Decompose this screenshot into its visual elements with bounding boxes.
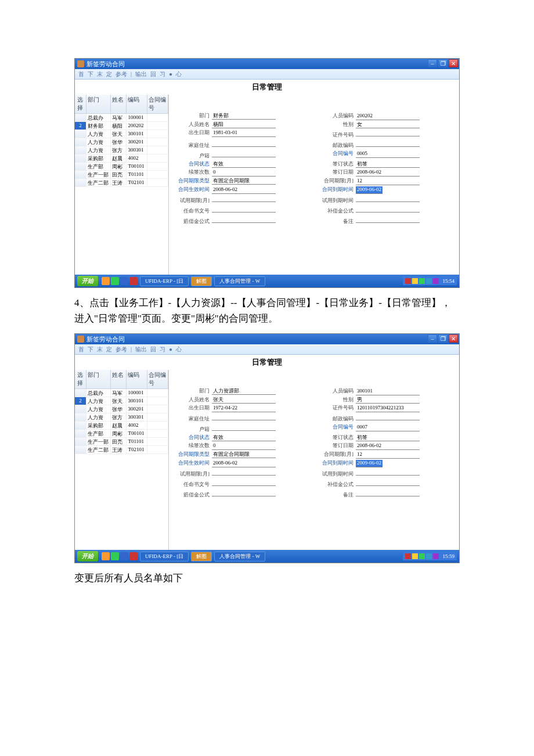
ql-icon[interactable] [111, 552, 119, 560]
toolbar-btn[interactable]: 末 [97, 70, 103, 78]
toolbar-btn[interactable]: 末 [97, 345, 103, 354]
minimize-button[interactable]: – [428, 334, 437, 343]
field-value[interactable] [212, 478, 276, 486]
grid-row[interactable]: 生产部周彬T00101 [75, 163, 168, 171]
maximize-button[interactable]: ❐ [438, 334, 448, 343]
field-value[interactable] [212, 205, 276, 213]
field-value[interactable]: 人力资源部 [212, 387, 276, 395]
field-value[interactable]: 2009-06-02 [356, 460, 383, 467]
task-1[interactable]: 解图 [191, 552, 212, 561]
close-button[interactable]: ✕ [449, 59, 458, 67]
grid-row[interactable]: 人力资张华300201 [75, 405, 168, 413]
task-1[interactable]: 解图 [191, 276, 212, 286]
tray-icon[interactable] [426, 553, 432, 559]
ql-icon[interactable] [120, 552, 128, 560]
task-erp[interactable]: UFIDA-ERP - [日 [140, 276, 189, 286]
toolbar-btn[interactable]: 心 [176, 70, 182, 78]
field-value[interactable]: 2008-06-02 [212, 186, 276, 194]
field-value[interactable] [356, 215, 420, 223]
tray-icon[interactable] [433, 553, 439, 559]
field-value[interactable]: 初签 [356, 434, 420, 441]
task-2[interactable]: 人事合同管理 - W [214, 276, 265, 286]
field-value[interactable]: 1981-03-01 [212, 129, 276, 137]
grid-row[interactable]: 采购部赵晨4002 [75, 422, 168, 430]
field-value[interactable]: 初签 [356, 160, 420, 168]
field-value[interactable] [356, 489, 420, 496]
task-2[interactable]: 人事合同管理 - W [214, 552, 265, 561]
field-value[interactable] [356, 129, 420, 136]
tray-icon[interactable] [405, 278, 411, 284]
field-value[interactable]: 2008-06-02 [356, 442, 420, 450]
field-value[interactable] [212, 150, 276, 157]
grid-row[interactable]: 生产二部王涛T02101 [75, 179, 168, 187]
toolbar-btn[interactable]: 输出 [135, 345, 147, 354]
grid-row[interactable]: 生产部周彬T00101 [75, 430, 168, 438]
field-value[interactable]: 男 [356, 396, 420, 404]
field-value[interactable]: 张天 [212, 396, 276, 404]
grid-row[interactable]: 2人力资张天300101 [75, 397, 168, 405]
toolbar-btn[interactable]: 习 [160, 345, 165, 354]
tray-icon[interactable] [419, 278, 425, 284]
field-value[interactable]: 0007 [356, 424, 420, 431]
ql-icon[interactable] [102, 277, 110, 285]
field-value[interactable]: 有固定合同期限 [212, 177, 276, 185]
minimize-button[interactable]: – [428, 59, 437, 67]
col-header[interactable]: 姓名 [111, 370, 127, 388]
toolbar-btn[interactable]: 首 [78, 70, 84, 78]
ql-icon[interactable] [120, 277, 128, 285]
grid-row[interactable]: 人力资张方300301 [75, 413, 168, 422]
field-value[interactable]: 12 [356, 451, 420, 459]
grid-row[interactable]: 采购部赵晨4002 [75, 154, 168, 163]
toolbar-btn[interactable]: 下 [88, 70, 93, 78]
toolbar-btn[interactable]: 心 [176, 345, 182, 354]
field-value[interactable] [212, 139, 276, 147]
col-header[interactable]: 编码 [127, 370, 147, 388]
field-value[interactable]: 0 [212, 442, 276, 450]
field-value[interactable] [356, 468, 420, 476]
field-value[interactable]: 2008-06-02 [356, 169, 420, 177]
toolbar-btn[interactable]: ● [169, 346, 172, 352]
tray-icon[interactable] [412, 553, 418, 559]
toolbar-btn[interactable]: 输出 [135, 70, 147, 78]
field-value[interactable]: 1972-04-22 [212, 405, 276, 412]
grid-row[interactable]: 生产二部王涛T02101 [75, 446, 168, 454]
field-value[interactable] [212, 423, 276, 431]
field-value[interactable]: 0 [212, 169, 276, 177]
field-value[interactable] [356, 195, 420, 202]
field-value[interactable]: 有固定合同期限 [212, 451, 276, 458]
field-value[interactable] [356, 478, 420, 486]
grid-row[interactable]: 人力资张方300301 [75, 146, 168, 154]
titlebar[interactable]: 新签劳动合同 – ❐ ✕ [75, 59, 459, 69]
toolbar-btn[interactable]: 首 [78, 345, 84, 354]
col-header[interactable]: 选择 [75, 370, 86, 388]
field-value[interactable]: 女 [356, 121, 420, 128]
toolbar-btn[interactable]: ● [169, 71, 172, 77]
field-value[interactable]: 财务部 [212, 112, 276, 120]
toolbar-btn[interactable]: 下 [88, 345, 93, 354]
field-value[interactable] [212, 215, 276, 223]
ql-icon[interactable] [129, 277, 138, 285]
field-value[interactable]: 有效 [212, 434, 276, 441]
grid-row[interactable]: 人力资张天300101 [75, 130, 168, 138]
toolbar-btn[interactable]: | [131, 71, 132, 77]
grid-row[interactable]: 人力资张华300201 [75, 138, 168, 146]
field-value[interactable] [356, 205, 420, 213]
tray-icon[interactable] [412, 278, 418, 284]
field-value[interactable] [212, 489, 276, 496]
grid-row[interactable]: 生产一部田亮T01101 [75, 171, 168, 179]
close-button[interactable]: ✕ [449, 334, 458, 343]
field-value[interactable]: 200202 [356, 113, 420, 120]
field-value[interactable] [212, 468, 276, 476]
toolbar-btn[interactable]: 回 [150, 70, 156, 78]
grid-row[interactable]: 总裁办马军100001 [75, 114, 168, 122]
toolbar-btn[interactable]: | [131, 346, 132, 352]
tray-icon[interactable] [433, 278, 439, 284]
field-value[interactable] [212, 195, 276, 202]
field-value[interactable]: 2008-06-02 [212, 460, 276, 467]
col-header[interactable]: 部门 [86, 370, 111, 388]
start-button[interactable]: 开始 [77, 551, 98, 561]
field-value[interactable] [212, 413, 276, 420]
field-value[interactable]: 2009-06-02 [356, 186, 383, 194]
col-header[interactable]: 选择 [75, 95, 86, 113]
field-value[interactable]: 120110197304221233 [356, 405, 420, 412]
